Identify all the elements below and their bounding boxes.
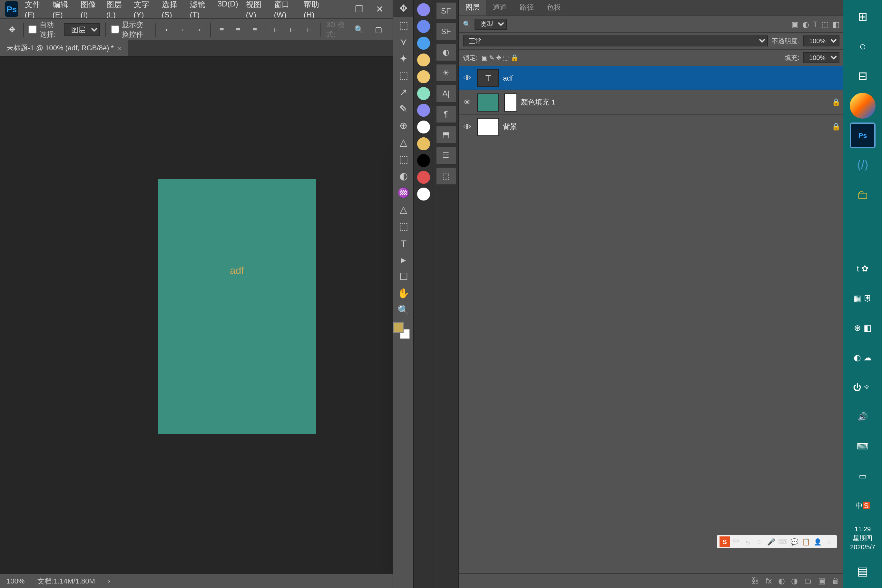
opacity-select[interactable]: 100% xyxy=(803,36,840,46)
panel-tab[interactable]: 图层 xyxy=(459,0,486,15)
color-swatch[interactable] xyxy=(416,70,430,84)
distribute-icon[interactable]: ≡ xyxy=(232,22,244,37)
taskview-icon[interactable]: ⊟ xyxy=(850,63,876,89)
layer-row[interactable]: 👁Tadf xyxy=(459,66,843,90)
mini-panel-icon[interactable]: ◐ xyxy=(436,44,456,61)
visibility-icon[interactable]: 👁 xyxy=(462,122,473,131)
tool-button[interactable]: ▸ xyxy=(393,252,414,268)
tool-button[interactable]: ✥ xyxy=(393,0,414,17)
color-swatch[interactable] xyxy=(416,20,430,33)
project-icon[interactable]: ▭ xyxy=(850,463,876,489)
tray-icon[interactable]: ⏻ ᯤ xyxy=(850,374,876,400)
align-icon[interactable]: ⫠ xyxy=(194,22,206,37)
layer-row[interactable]: 👁背景🔒 xyxy=(459,115,843,139)
move-tool-icon[interactable]: ✥ xyxy=(6,22,18,37)
explorer-icon[interactable]: 🗀 xyxy=(850,182,876,208)
color-swatch[interactable] xyxy=(416,170,430,184)
maximize-button[interactable]: ❐ xyxy=(351,3,367,15)
fx-icon[interactable]: fx xyxy=(766,576,772,585)
align-icon[interactable]: ⫠ xyxy=(161,22,172,37)
clock[interactable]: 11:29 星期四 2020/5/7 xyxy=(850,522,875,555)
zoom-level[interactable]: 100% xyxy=(6,577,24,585)
distribute-icon[interactable]: ⫢ xyxy=(304,22,316,37)
mini-panel-icon[interactable]: ☀ xyxy=(436,64,456,81)
color-swatch[interactable] xyxy=(416,86,430,100)
blend-mode-select[interactable]: 正常 xyxy=(463,36,768,46)
tool-button[interactable]: 🔍 xyxy=(393,302,414,318)
filter-type-select[interactable]: 类型 xyxy=(474,19,507,30)
tool-button[interactable]: △ xyxy=(393,201,414,218)
color-swatch[interactable] xyxy=(416,53,430,67)
canvas-text-layer[interactable]: adf xyxy=(230,265,244,277)
tool-button[interactable]: ⊕ xyxy=(393,117,414,134)
auto-select-check[interactable]: 自动选择: xyxy=(29,20,59,39)
mini-panel-icon[interactable]: SF xyxy=(436,23,456,40)
color-swatch[interactable] xyxy=(416,3,430,17)
adjustment-icon[interactable]: ◑ xyxy=(791,576,798,585)
panel-tab[interactable]: 色板 xyxy=(540,0,567,15)
color-swatch[interactable] xyxy=(416,153,430,168)
tool-button[interactable]: ☐ xyxy=(393,268,414,285)
color-swatch[interactable] xyxy=(416,187,430,201)
color-picker[interactable] xyxy=(393,322,410,339)
mini-panel-icon[interactable]: A| xyxy=(436,85,456,102)
workspace-icon[interactable]: ▢ xyxy=(371,22,386,37)
cortana-icon[interactable]: ○ xyxy=(850,33,876,59)
keyboard-icon[interactable]: ⌨ xyxy=(850,433,876,459)
distribute-icon[interactable]: ≡ xyxy=(216,22,227,37)
tool-button[interactable]: ⬚ xyxy=(393,17,414,33)
visibility-icon[interactable]: 👁 xyxy=(462,98,473,107)
align-icon[interactable]: ⫠ xyxy=(177,22,189,37)
tool-button[interactable]: ⬚ xyxy=(393,151,414,168)
trash-icon[interactable]: 🗑 xyxy=(832,576,840,585)
scope-select[interactable]: 图层 xyxy=(64,23,100,36)
mini-panel-icon[interactable]: ☲ xyxy=(436,147,456,164)
tool-button[interactable]: ✎ xyxy=(393,100,414,117)
close-tab-icon[interactable]: × xyxy=(118,44,122,52)
folder-icon[interactable]: 🗀 xyxy=(804,576,812,585)
ime-tray[interactable]: S 中•ₒ☺ 🎤⌨💬 📋👤≡ xyxy=(717,535,837,548)
distribute-icon[interactable]: ≡ xyxy=(249,22,261,37)
tool-button[interactable]: ✋ xyxy=(393,285,414,302)
tool-button[interactable]: ✦ xyxy=(393,50,414,67)
ime-icon[interactable]: 中 S xyxy=(850,493,876,518)
color-swatch[interactable] xyxy=(416,120,430,134)
mini-panel-icon[interactable]: ¶ xyxy=(436,106,456,123)
tool-button[interactable]: ⬚ xyxy=(393,67,414,84)
close-button[interactable]: ✕ xyxy=(372,3,387,15)
tool-button[interactable]: ◐ xyxy=(393,168,414,184)
tray-icon[interactable]: ◐ ☁ xyxy=(850,344,876,370)
mask-icon[interactable]: ◐ xyxy=(778,576,784,585)
color-swatch[interactable] xyxy=(416,136,430,151)
photoshop-taskbar-icon[interactable]: Ps xyxy=(850,123,876,148)
tool-button[interactable]: ↗ xyxy=(393,84,414,100)
show-transform-check[interactable]: 显示变换控件 xyxy=(111,20,150,39)
distribute-icon[interactable]: ⫢ xyxy=(271,22,282,37)
search-icon[interactable]: 🔍 xyxy=(351,22,367,37)
new-layer-icon[interactable]: ▣ xyxy=(818,576,825,585)
color-swatch[interactable] xyxy=(416,103,430,117)
layer-row[interactable]: 👁颜色填充 1🔒 xyxy=(459,90,843,115)
tray-icon[interactable]: t ✿ xyxy=(850,255,876,281)
mini-panel-icon[interactable]: ⬒ xyxy=(436,126,456,143)
notifications-icon[interactable]: ▤ xyxy=(850,558,876,584)
tray-icon[interactable]: ▦ ⛨ xyxy=(850,285,876,311)
panel-tab[interactable]: 路径 xyxy=(513,0,540,15)
start-button[interactable]: ⊞ xyxy=(850,4,876,30)
document-canvas[interactable]: adf xyxy=(158,179,316,434)
app-icon[interactable] xyxy=(850,93,876,118)
fill-select[interactable]: 100% xyxy=(803,52,840,63)
color-swatch[interactable] xyxy=(416,36,430,50)
mini-panel-icon[interactable]: SF xyxy=(436,3,456,20)
distribute-icon[interactable]: ⫢ xyxy=(288,22,299,37)
tool-button[interactable]: ⋎ xyxy=(393,33,414,50)
tool-button[interactable]: T xyxy=(393,235,414,252)
tool-button[interactable]: ⬚ xyxy=(393,218,414,235)
volume-icon[interactable]: 🔊 xyxy=(850,404,876,429)
mini-panel-icon[interactable]: ⬚ xyxy=(436,168,456,184)
tool-button[interactable]: ♒ xyxy=(393,184,414,201)
panel-tab[interactable]: 通道 xyxy=(486,0,513,15)
minimize-button[interactable]: — xyxy=(331,3,346,15)
tray-icon[interactable]: ⊛ ◧ xyxy=(850,315,876,340)
tool-button[interactable]: △ xyxy=(393,134,414,151)
